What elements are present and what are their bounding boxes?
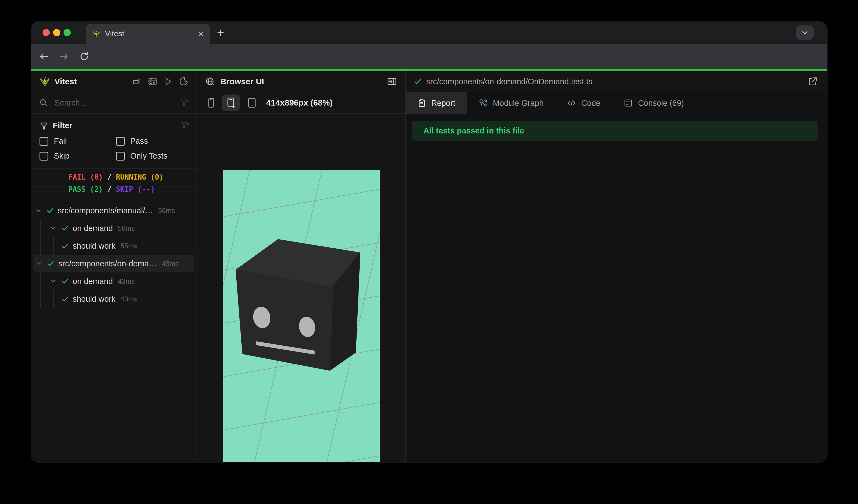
clear-search-filter-icon[interactable] xyxy=(180,98,189,108)
checkbox-icon xyxy=(116,152,125,161)
fail-count: FAIL (0) xyxy=(68,173,103,181)
new-tab-button[interactable]: + xyxy=(217,28,224,37)
run-all-play-icon[interactable] xyxy=(163,77,173,86)
chevron-down-icon[interactable] xyxy=(35,207,42,214)
pass-check-icon xyxy=(414,77,422,86)
chevron-down-icon[interactable] xyxy=(36,260,42,267)
robot-cube xyxy=(236,240,360,370)
vitest-logo-icon xyxy=(39,76,50,87)
tree-item-duration: 55ms xyxy=(121,242,137,250)
pass-check-icon xyxy=(47,260,54,267)
traffic-minimize-button[interactable] xyxy=(53,29,60,36)
report-header: src/components/on-demand/OnDemand.test.t… xyxy=(406,71,827,92)
browser-tabstrip: Vitest × + xyxy=(31,21,827,44)
all-tests-passed-banner: All tests passed in this file xyxy=(412,121,818,141)
module-graph-icon xyxy=(478,98,488,108)
viewport-toolbar: 414x896px (68%) xyxy=(197,92,405,114)
test-file-path: src/components/on-demand/OnDemand.test.t… xyxy=(426,77,592,86)
search-icon xyxy=(39,98,48,108)
back-button[interactable] xyxy=(39,51,49,61)
tree-item-label: src/components/manual/… xyxy=(58,206,153,215)
collapse-windows-icon[interactable] xyxy=(132,77,142,86)
pass-check-icon xyxy=(61,242,69,250)
tree-item-duration: 56ms xyxy=(158,207,175,215)
sidebar-header: Vitest xyxy=(31,71,196,92)
tree-row-file[interactable]: src/components/manual/… 56ms xyxy=(31,202,196,220)
tab-code[interactable]: Code xyxy=(555,92,612,114)
tab-close-icon[interactable]: × xyxy=(198,29,204,38)
filter-checkbox-pass[interactable]: Pass xyxy=(116,136,148,146)
tree-item-duration: 43ms xyxy=(118,277,134,286)
forward-button[interactable] xyxy=(59,51,69,61)
report-tabs: Report Module Graph Code xyxy=(406,92,827,114)
tree-row-test[interactable]: should work 55ms xyxy=(31,237,196,255)
tree-item-duration: 43ms xyxy=(162,260,178,268)
open-external-icon[interactable] xyxy=(808,77,827,86)
pass-count: PASS (2) xyxy=(68,185,103,193)
traffic-close-button[interactable] xyxy=(43,29,50,36)
code-icon xyxy=(567,98,576,108)
summary-line-2: PASS (2) / SKIP (--) xyxy=(64,185,159,193)
filter-section: Filter Fail Pass Skip Only Tests xyxy=(31,114,196,168)
browser-tab[interactable]: Vitest × xyxy=(86,24,210,44)
summary-line-1: FAIL (0) / RUNNING (0) xyxy=(64,173,167,181)
test-file-tree: src/components/manual/… 56ms on demand 5… xyxy=(31,202,196,462)
tree-row-suite[interactable]: on demand 43ms xyxy=(31,273,196,290)
tree-item-label: on demand xyxy=(73,277,113,286)
test-progress-bar xyxy=(31,69,827,71)
clear-filters-icon[interactable] xyxy=(180,120,189,130)
device-phone-small-button[interactable] xyxy=(207,98,215,108)
browser-window: Vitest × + localhost:5173/#/?file=182862… xyxy=(31,21,827,462)
traffic-zoom-button[interactable] xyxy=(64,29,71,36)
console-icon xyxy=(624,98,633,108)
search-row xyxy=(31,92,196,114)
panel-title: Browser UI xyxy=(220,77,264,86)
sidebar: Vitest xyxy=(31,71,197,462)
tree-item-label: should work xyxy=(73,295,115,304)
checkbox-icon xyxy=(39,152,48,161)
globe-icon xyxy=(205,77,215,86)
device-tablet-button[interactable] xyxy=(247,98,257,108)
tab-report[interactable]: Report xyxy=(406,92,467,114)
device-phone-add-button[interactable] xyxy=(222,95,240,111)
browser-toolbar: localhost:5173/#/?file=1828625563 xyxy=(31,44,827,69)
pass-check-icon xyxy=(46,207,54,214)
clipboard-icon xyxy=(417,99,426,108)
viewport-size-label: 414x896px (68%) xyxy=(266,98,333,108)
dashboard-report-icon[interactable] xyxy=(148,77,157,86)
app-title: Vitest xyxy=(54,77,77,86)
vitest-favicon-icon xyxy=(92,30,100,37)
test-summary: FAIL (0) / RUNNING (0) PASS (2) / SKIP (… xyxy=(31,168,196,202)
tree-row-file-selected[interactable]: src/components/on-dema… 43ms xyxy=(33,255,194,273)
filter-checkbox-only-tests[interactable]: Only Tests xyxy=(116,151,168,161)
tree-row-suite[interactable]: on demand 56ms xyxy=(31,220,196,237)
chevron-down-icon[interactable] xyxy=(49,225,56,231)
dock-panel-right-icon[interactable] xyxy=(387,77,405,86)
filter-funnel-icon xyxy=(39,121,48,130)
report-content: All tests passed in this file xyxy=(406,114,827,462)
filter-checkbox-fail[interactable]: Fail xyxy=(39,136,67,146)
pass-check-icon xyxy=(61,224,69,232)
tab-console[interactable]: Console (69) xyxy=(612,92,696,114)
dark-mode-moon-icon[interactable] xyxy=(179,77,188,86)
filter-checkbox-skip[interactable]: Skip xyxy=(39,151,69,161)
tree-item-label: on demand xyxy=(73,224,113,233)
screenshot-stage: Vitest × + localhost:5173/#/?file=182862… xyxy=(0,0,858,504)
tab-title: Vitest xyxy=(105,29,124,38)
skip-count: SKIP (--) xyxy=(116,185,155,193)
tree-item-label: should work xyxy=(73,242,115,250)
browser-preview-iframe[interactable] xyxy=(223,170,380,462)
browser-ui-header: Browser UI xyxy=(197,71,405,92)
search-input[interactable] xyxy=(54,98,160,108)
reload-button[interactable] xyxy=(79,51,89,61)
vitest-ui: Vitest xyxy=(31,71,827,462)
tree-row-test[interactable]: should work 43ms xyxy=(31,290,196,308)
chevron-down-icon[interactable] xyxy=(49,278,56,284)
checkbox-icon xyxy=(116,137,125,146)
tree-item-label: src/components/on-dema… xyxy=(58,259,157,268)
pass-check-icon xyxy=(61,277,69,285)
tab-module-graph[interactable]: Module Graph xyxy=(467,92,555,114)
tree-item-duration: 43ms xyxy=(121,295,137,303)
checkbox-icon xyxy=(39,137,48,146)
tab-search-button[interactable] xyxy=(796,26,814,40)
